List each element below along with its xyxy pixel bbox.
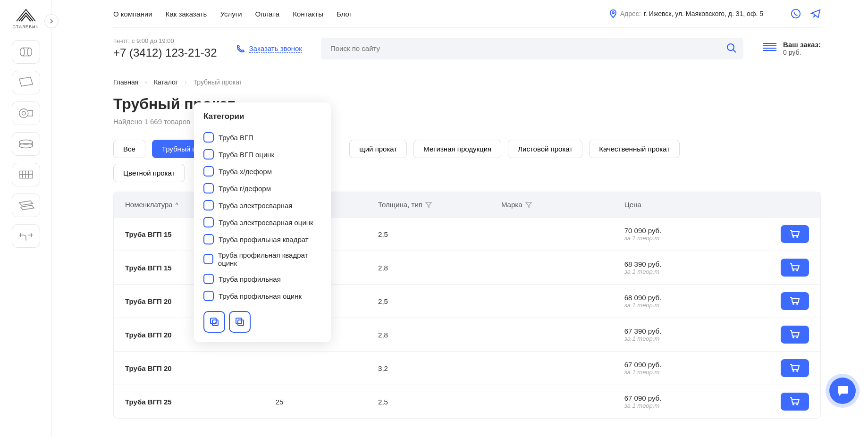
checkbox[interactable] [203, 291, 214, 301]
crumb-home[interactable]: Главная [113, 78, 138, 86]
svg-point-0 [20, 48, 25, 56]
nav-blog[interactable]: Блог [337, 10, 352, 18]
add-to-cart-button[interactable] [781, 259, 809, 277]
header-thickness[interactable]: Толщина, тип [378, 201, 501, 209]
filter-all[interactable]: Все [113, 140, 145, 158]
table-row: Труба ВГП 203,267 090 руб.за 1 теор.т [114, 351, 820, 385]
cell-price: 68 390 руб.за 1 теор.т [624, 260, 741, 275]
nav-about[interactable]: О компании [113, 10, 152, 18]
cell-price: 70 090 руб.за 1 теор.т [624, 227, 741, 242]
option-label: Труба профильная квадрат оцинк [218, 251, 321, 267]
callback-link[interactable]: Заказать звонок [236, 44, 302, 53]
dropdown-option[interactable]: Труба профильная квадрат [203, 231, 321, 248]
search-input[interactable] [321, 38, 743, 59]
sidebar-item-sheets[interactable] [12, 71, 40, 94]
svg-rect-10 [236, 318, 242, 324]
cell-name[interactable]: Труба ВГП 20 [125, 364, 276, 372]
filter-quality[interactable]: Качественный прокат [589, 140, 680, 158]
phone-number[interactable]: +7 (3412) 123-21-32 [113, 46, 217, 59]
chat-fab[interactable] [829, 378, 856, 404]
dropdown-option[interactable]: Труба г/деформ [203, 180, 321, 197]
option-label: Труба профильная оцинк [219, 292, 302, 300]
dropdown-option[interactable]: Труба электросварная [203, 197, 321, 214]
sidebar: СТАЛЕВИЧ [0, 0, 52, 419]
add-to-cart-button[interactable] [781, 359, 809, 377]
option-label: Труба электросварная оцинк [219, 218, 313, 227]
deselect-all-button[interactable] [229, 311, 251, 333]
select-all-button[interactable] [203, 311, 225, 333]
checkbox[interactable] [203, 274, 214, 284]
svg-point-1 [27, 48, 32, 56]
dropdown-option[interactable]: Труба ВГП [203, 129, 321, 146]
cell-thickness: 2,5 [378, 297, 501, 305]
crumb-current: Трубный прокат [194, 78, 243, 86]
filter-nonferrous[interactable]: Цветной прокат [113, 164, 185, 182]
add-to-cart-button[interactable] [781, 292, 809, 310]
address-label: Адрес: [620, 10, 641, 17]
dropdown-option[interactable]: Труба ВГП оцинк [203, 146, 321, 163]
filter-hardware[interactable]: Метизная продукция [413, 140, 501, 158]
nav-payment[interactable]: Оплата [255, 10, 280, 18]
dropdown-option[interactable]: Труба профильная [203, 270, 321, 287]
crumb-catalog[interactable]: Каталог [154, 78, 178, 86]
checkbox[interactable] [203, 149, 214, 160]
sidebar-item-pipes[interactable] [12, 40, 40, 64]
cell-thickness: 3,2 [378, 364, 501, 372]
filter-sheet[interactable]: Листовой прокат [508, 140, 582, 158]
add-to-cart-button[interactable] [781, 393, 809, 411]
option-label: Труба г/деформ [219, 185, 271, 193]
sidebar-item-mesh[interactable] [12, 163, 40, 186]
sidebar-toggle[interactable] [44, 14, 59, 28]
checkbox[interactable] [203, 183, 214, 193]
header-price[interactable]: Цена [624, 201, 741, 209]
filter-icon [425, 202, 432, 208]
sidebar-item-bars[interactable] [12, 193, 40, 217]
chat-icon [836, 384, 849, 397]
dropdown-option[interactable]: Труба х/деформ [203, 163, 321, 180]
cart-summary[interactable]: Ваш заказ: 0 руб. [762, 41, 821, 56]
sidebar-item-rings[interactable] [12, 132, 40, 156]
option-label: Труба электросварная [219, 202, 292, 210]
social-links [791, 8, 821, 19]
add-to-cart-button[interactable] [781, 225, 809, 243]
telegram-icon[interactable] [810, 8, 821, 19]
nav-services[interactable]: Услуги [220, 10, 242, 18]
cell-thickness: 2,8 [378, 264, 501, 272]
sidebar-item-fittings[interactable] [12, 224, 40, 248]
cell-thickness: 2,5 [378, 398, 501, 406]
sidebar-item-rolls[interactable] [12, 101, 40, 125]
svg-point-14 [845, 389, 846, 391]
checkbox[interactable] [203, 200, 214, 210]
cart-value: 0 руб. [783, 49, 821, 56]
header-row2: пн-пт: с 9:00 до 19:00 +7 (3412) 123-21-… [113, 28, 821, 69]
dropdown-option[interactable]: Труба электросварная оцинк [203, 214, 321, 231]
header-grade[interactable]: Марка [501, 201, 624, 209]
checkbox[interactable] [203, 132, 214, 143]
filter-icon [525, 202, 532, 208]
svg-point-7 [727, 44, 734, 50]
dropdown-option[interactable]: Труба профильная квадрат оцинк [203, 248, 321, 270]
whatsapp-icon[interactable] [791, 8, 801, 19]
checkbox[interactable] [203, 166, 214, 176]
add-to-cart-button[interactable] [781, 326, 809, 344]
checkbox[interactable] [203, 217, 214, 227]
filter-rolling[interactable]: щий прокат [349, 140, 407, 158]
checkbox[interactable] [203, 234, 214, 244]
sidebar-categories [0, 40, 51, 248]
option-label: Труба ВГП оцинк [219, 151, 274, 159]
nav-howto[interactable]: Как заказать [166, 10, 207, 18]
product-table: Категории Труба ВГПТруба ВГП оцинкТруба … [113, 192, 821, 419]
dropdown-option[interactable]: Труба профильная оцинк [203, 287, 321, 304]
cell-name[interactable]: Труба ВГП 25 [125, 398, 276, 406]
cell-price: 67 090 руб.за 1 теор.т [624, 394, 741, 409]
cell-thickness: 2,8 [378, 331, 501, 339]
working-hours: пн-пт: с 9:00 до 19:00 [113, 37, 217, 44]
cell-diameter: 25 [276, 398, 378, 406]
callback-text: Заказать звонок [249, 44, 302, 53]
nav-contacts[interactable]: Контакты [293, 10, 323, 18]
search-icon[interactable] [726, 43, 737, 53]
svg-point-3 [22, 111, 25, 115]
svg-point-6 [612, 12, 614, 14]
checkbox[interactable] [203, 254, 213, 264]
logo[interactable]: СТАЛЕВИЧ [5, 7, 47, 31]
